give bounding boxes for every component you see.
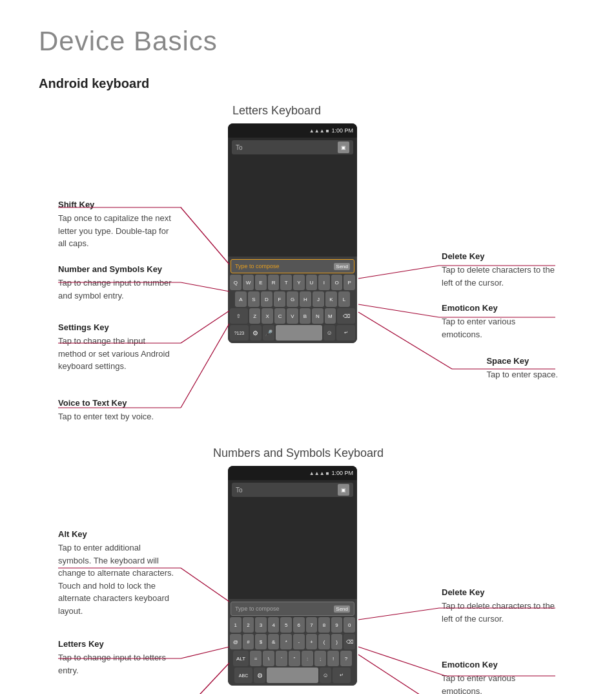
- compose-text-2: Type to compose: [235, 605, 280, 612]
- key-row-1: Q W E R T Y U I O P: [230, 275, 355, 290]
- letters-keyboard-label: Letters Keyboard: [232, 104, 321, 118]
- key-s: S: [248, 291, 260, 307]
- send-button-2: Send: [334, 605, 350, 613]
- svg-line-19: [181, 663, 229, 694]
- key-l: L: [338, 291, 350, 307]
- voice-key-label: Voice to Text Key Tap to enter text by v…: [58, 398, 154, 423]
- compose-text: Type to compose: [235, 263, 280, 269]
- key-c: C: [274, 308, 285, 324]
- letters-key-label: Letters Key Tap to change input to lette…: [58, 639, 174, 677]
- key-2: 2: [243, 617, 254, 633]
- key-plus: +: [306, 634, 318, 649]
- num-key-row-3: ALT = \ ' " : ; ! ?: [230, 651, 355, 666]
- key-y: Y: [293, 275, 305, 290]
- svg-line-9: [358, 266, 439, 279]
- emoticon-key-label: Emoticon Key Tap to enter various emotic…: [442, 303, 558, 341]
- svg-line-5: [181, 311, 229, 343]
- key-123: ?123: [230, 325, 249, 341]
- page-title: Device Basics: [39, 26, 577, 57]
- svg-line-17: [181, 647, 229, 658]
- key-4: 4: [268, 617, 280, 633]
- key-7: 7: [306, 617, 318, 633]
- key-z: Z: [249, 308, 260, 324]
- svg-line-3: [181, 282, 229, 291]
- key-row-bottom: ?123 ⚙ 🎤 ☺ ↵: [230, 325, 355, 341]
- key-j: J: [313, 291, 324, 307]
- key-b: B: [300, 308, 311, 324]
- num-key-row-bottom: ABC ⚙ ☺ ↵: [230, 668, 355, 683]
- key-u: U: [306, 275, 318, 290]
- key-hash: #: [243, 634, 254, 649]
- key-h: H: [300, 291, 311, 307]
- key-quote: ": [289, 651, 300, 666]
- key-row-2: A S D F G H J K L: [230, 291, 355, 307]
- send-button: Send: [334, 263, 350, 270]
- key-0: 0: [344, 617, 355, 633]
- key-mic: 🎤: [263, 325, 274, 341]
- delete-key-2-label: Delete Key Tap to delete characters to t…: [442, 587, 558, 625]
- svg-line-21: [358, 608, 439, 620]
- status-bar: ▲▲▲ ■ 1:00 PM: [228, 123, 357, 138]
- delete-key-label: Delete Key Tap to delete characters to t…: [442, 251, 558, 289]
- key-1: 1: [230, 617, 241, 633]
- key-p: P: [344, 275, 355, 290]
- key-dollar: $: [255, 634, 267, 649]
- page-container: Device Basics Android keyboard Letters K…: [0, 0, 616, 694]
- numbers-section: Numbers and Symbols Keyboard ▲▲▲ ■ 1:00 …: [39, 447, 577, 694]
- key-alt: ALT: [233, 651, 249, 666]
- space-key-label: Space Key Tap to enter space.: [486, 356, 558, 381]
- to-text-2: To: [236, 487, 243, 494]
- key-row-3: ⇧ Z X C V B N M ⌫: [230, 308, 355, 324]
- key-lparen: (: [318, 634, 330, 649]
- key-at: @: [230, 634, 241, 649]
- key-n: N: [312, 308, 323, 324]
- status-time-2: 1:00 PM: [331, 470, 353, 476]
- address-bar-2: To ▣: [232, 483, 353, 497]
- key-8: 8: [318, 617, 330, 633]
- key-colon: :: [302, 651, 313, 666]
- key-enter: ↵: [336, 325, 355, 341]
- avatar-icon: ▣: [338, 142, 349, 153]
- key-settings-2: ⚙: [254, 668, 265, 683]
- key-amp: &: [268, 634, 280, 649]
- status-icons: ▲▲▲ ■: [309, 128, 329, 134]
- key-rparen: ): [331, 634, 343, 649]
- key-quest: ?: [340, 651, 352, 666]
- svg-line-15: [181, 568, 229, 602]
- shift-key-label: Shift Key Tap once to capitalize the nex…: [58, 200, 174, 250]
- key-semi: ;: [314, 651, 326, 666]
- key-settings: ⚙: [250, 325, 262, 341]
- key-t: T: [280, 275, 292, 290]
- key-bslash: \: [263, 651, 274, 666]
- status-bar-2: ▲▲▲ ■ 1:00 PM: [228, 466, 357, 480]
- key-k: K: [325, 291, 337, 307]
- key-emoticon-2: ☺: [320, 668, 331, 683]
- svg-line-7: [181, 324, 229, 408]
- num-sym-key-label: Number and Symbols Key Tap to change inp…: [58, 264, 174, 302]
- letters-keyboard: Type to compose Send Q W E R T Y U I O P: [228, 257, 357, 343]
- key-e: E: [255, 275, 267, 290]
- emoticon-key-2-label: Emoticon Key Tap to enter various emotic…: [442, 660, 558, 694]
- num-key-row-1: 1 2 3 4 5 6 7 8 9 0: [230, 617, 355, 633]
- compose-bar: Type to compose Send: [231, 259, 354, 273]
- key-del: ⌫: [337, 308, 355, 324]
- key-v: V: [287, 308, 298, 324]
- key-x: X: [262, 308, 272, 324]
- key-space: [276, 325, 322, 341]
- status-time: 1:00 PM: [331, 127, 353, 134]
- avatar-icon-2: ▣: [338, 484, 349, 496]
- key-g: G: [287, 291, 298, 307]
- key-abc: ABC: [234, 668, 252, 683]
- numbers-keyboard: Type to compose Send 1 2 3 4 5 6 7 8 9 0: [228, 599, 357, 686]
- svg-line-25: [358, 655, 455, 694]
- numbers-keyboard-label: Numbers and Symbols Keyboard: [213, 447, 384, 460]
- key-6: 6: [293, 617, 305, 633]
- key-shift: ⇧: [230, 308, 248, 324]
- svg-line-0: [181, 207, 229, 264]
- compose-bar-2: Type to compose Send: [231, 602, 354, 616]
- key-enter-2: ↵: [333, 668, 351, 683]
- key-m: M: [325, 308, 336, 324]
- address-bar: To ▣: [232, 140, 353, 154]
- key-del-2: ⌫: [344, 634, 355, 649]
- svg-line-23: [358, 647, 446, 676]
